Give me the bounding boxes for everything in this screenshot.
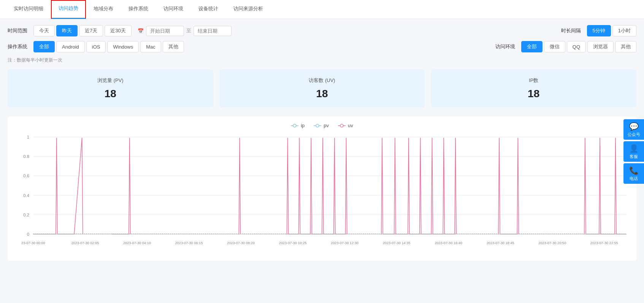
date-separator: 至 <box>186 27 191 34</box>
stat-uv: 访客数 (UV) 18 <box>219 69 425 107</box>
svg-point-1 <box>293 124 296 127</box>
date-start-input[interactable] <box>146 26 184 36</box>
tab-geo[interactable]: 地域分布 <box>86 0 121 19</box>
btn-env-all[interactable]: 全部 <box>521 41 542 52</box>
btn-env-other[interactable]: 其他 <box>615 41 636 52</box>
chart-canvas: 1 0.8 0.6 0.4 0.2 0 <box>14 133 630 254</box>
os-filter-label: 操作系统 <box>8 43 27 50</box>
access-env-section: 访问环境 全部 微信 QQ 浏览器 其他 <box>495 41 636 52</box>
float-btn-wechat-label: 公众号 <box>628 132 640 137</box>
legend-uv: uv <box>338 123 353 128</box>
legend-pv-label: pv <box>324 123 329 128</box>
svg-point-3 <box>316 124 319 127</box>
btn-today[interactable]: 今天 <box>33 25 55 36</box>
stat-ip: IP数 18 <box>431 69 636 107</box>
btn-os-other[interactable]: 其他 <box>163 41 184 52</box>
stat-pv-title: 浏览量 (PV) <box>19 77 202 84</box>
svg-text:2023-07-30 08:20: 2023-07-30 08:20 <box>227 241 255 245</box>
stat-uv-title: 访客数 (UV) <box>231 77 414 84</box>
access-env-filter: 访问环境 全部 微信 QQ 浏览器 其他 <box>495 41 636 52</box>
float-btn-service[interactable]: 👤 客服 <box>623 141 644 162</box>
btn-os-ios[interactable]: iOS <box>86 41 106 52</box>
time-range-label: 时间范围 <box>8 27 27 34</box>
btn-7days[interactable]: 近7天 <box>79 25 103 36</box>
tab-trend[interactable]: 访问趋势 <box>51 0 86 19</box>
service-icon: 👤 <box>629 144 639 153</box>
stat-uv-value: 18 <box>231 88 414 100</box>
btn-os-mac[interactable]: Mac <box>140 41 161 52</box>
float-btn-wechat[interactable]: 💬 公众号 <box>623 119 644 140</box>
svg-text:23-07-30 00:00: 23-07-30 00:00 <box>21 241 45 245</box>
btn-5min[interactable]: 5分钟 <box>587 25 611 36</box>
svg-text:2023-07-30 22:55: 2023-07-30 22:55 <box>590 241 618 245</box>
svg-text:2023-07-30 12:30: 2023-07-30 12:30 <box>331 241 358 245</box>
legend-ip-label: ip <box>301 123 305 128</box>
btn-1hour[interactable]: 1小时 <box>612 25 636 36</box>
chart-legend: ip pv uv <box>14 123 630 128</box>
svg-text:0: 0 <box>27 232 29 237</box>
btn-os-android[interactable]: Android <box>56 41 85 52</box>
stats-row: 浏览量 (PV) 18 访客数 (UV) 18 IP数 18 <box>8 69 636 107</box>
btn-yesterday[interactable]: 昨天 <box>56 25 78 36</box>
svg-text:2023-07-30 02:05: 2023-07-30 02:05 <box>71 241 99 245</box>
interval-filter: 时长间隔 5分钟 1小时 <box>561 25 636 36</box>
stat-ip-value: 18 <box>442 88 625 100</box>
access-env-label: 访问环境 <box>495 43 515 50</box>
svg-text:2023-07-30 16:40: 2023-07-30 16:40 <box>435 241 462 245</box>
legend-uv-label: uv <box>348 123 353 128</box>
svg-text:2023-07-30 06:15: 2023-07-30 06:15 <box>175 241 203 245</box>
calendar-icon: 📅 <box>138 28 144 34</box>
tab-device[interactable]: 设备统计 <box>191 0 226 19</box>
svg-text:0.2: 0.2 <box>23 213 29 217</box>
right-filter-section: 时长间隔 5分钟 1小时 <box>561 25 636 36</box>
svg-text:2023-07-30 10:25: 2023-07-30 10:25 <box>279 241 307 245</box>
top-tabs-bar: 实时访问明细 访问趋势 地域分布 操作系统 访问环境 设备统计 访问来源分析 <box>0 0 644 19</box>
wechat-icon: 💬 <box>629 122 639 131</box>
tab-env[interactable]: 访问环境 <box>156 0 191 19</box>
tab-source[interactable]: 访问来源分析 <box>226 0 271 19</box>
date-end-input[interactable] <box>194 26 232 36</box>
float-buttons-panel: 💬 公众号 👤 客服 📞 电话 <box>623 119 644 184</box>
btn-env-qq[interactable]: QQ <box>567 41 586 52</box>
stat-pv: 浏览量 (PV) 18 <box>8 69 213 107</box>
tab-os[interactable]: 操作系统 <box>121 0 156 19</box>
legend-ip: ip <box>291 123 305 128</box>
update-note: 注：数据每半小时更新一次 <box>8 57 636 63</box>
phone-icon: 📞 <box>629 166 639 175</box>
svg-text:2023-07-30 04:10: 2023-07-30 04:10 <box>123 241 151 245</box>
svg-text:0.4: 0.4 <box>23 193 29 197</box>
stat-pv-value: 18 <box>19 88 202 100</box>
interval-label: 时长间隔 <box>561 27 581 34</box>
chart-section: ip pv uv 1 0.8 <box>8 117 636 260</box>
svg-text:1: 1 <box>27 135 29 139</box>
btn-os-windows[interactable]: Windows <box>107 41 139 52</box>
svg-text:2023-07-30 18:45: 2023-07-30 18:45 <box>487 241 514 245</box>
svg-text:2023-07-30 20:50: 2023-07-30 20:50 <box>538 241 566 245</box>
svg-text:0.8: 0.8 <box>23 154 29 159</box>
stat-ip-title: IP数 <box>442 77 625 84</box>
os-filter-buttons: 全部 Android iOS Windows Mac 其他 <box>33 41 184 52</box>
legend-pv: pv <box>314 123 329 128</box>
time-range-buttons: 今天 昨天 近7天 近30天 <box>33 25 132 36</box>
float-btn-phone-label: 电话 <box>630 176 638 181</box>
svg-text:0.6: 0.6 <box>23 174 29 178</box>
svg-text:2023-07-30 14:35: 2023-07-30 14:35 <box>383 241 411 245</box>
float-btn-phone[interactable]: 📞 电话 <box>623 163 644 184</box>
btn-os-all[interactable]: 全部 <box>33 41 55 52</box>
btn-env-browser[interactable]: 浏览器 <box>587 41 614 52</box>
btn-30days[interactable]: 近30天 <box>105 25 131 36</box>
btn-env-wechat[interactable]: 微信 <box>544 41 565 52</box>
tab-realtime[interactable]: 实时访问明细 <box>6 0 51 19</box>
svg-point-5 <box>340 124 343 127</box>
float-btn-service-label: 客服 <box>630 154 638 159</box>
date-range-picker: 📅 至 <box>138 26 232 36</box>
